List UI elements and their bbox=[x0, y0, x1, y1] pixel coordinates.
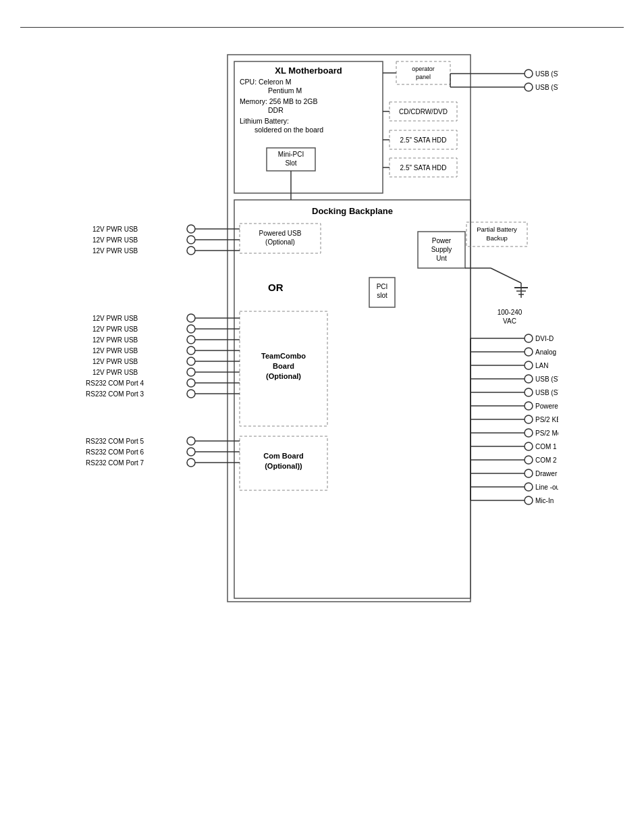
svg-point-67 bbox=[187, 336, 195, 344]
pwr-usb-top-3: 12V PWR USB bbox=[92, 247, 138, 255]
sata2-label: 2.5" SATA HDD bbox=[400, 164, 447, 172]
svg-point-65 bbox=[187, 325, 195, 333]
lan-label: LAN bbox=[535, 362, 548, 369]
svg-point-52 bbox=[525, 483, 533, 491]
connector-usb-std-2 bbox=[525, 83, 533, 91]
battery-label: Lithium Battery: bbox=[240, 117, 289, 125]
vga-label: Analog RGB (VGA) bbox=[535, 348, 558, 356]
usb-std-2-label: USB (STD) bbox=[535, 84, 558, 91]
micin-label: Mic-In bbox=[535, 497, 554, 504]
vac-label2: VAC bbox=[503, 317, 516, 325]
svg-point-50 bbox=[525, 469, 533, 477]
usb-std-1-label: USB (STD) bbox=[535, 70, 558, 78]
com-port-6: RS232 COM Port 6 bbox=[86, 448, 144, 456]
cpu-label: CPU: Celeron M bbox=[240, 78, 291, 86]
vac-label1: 100-240 bbox=[498, 309, 522, 316]
cpu-value: Pentium M bbox=[268, 86, 302, 95]
svg-point-79 bbox=[187, 437, 195, 445]
comboard-label1: Com Board bbox=[263, 452, 303, 460]
usb-std-4-label: USB (STD) bbox=[535, 389, 558, 396]
svg-point-63 bbox=[187, 314, 195, 322]
operator-panel-label2: panel bbox=[416, 74, 431, 80]
pwr-usb-top-2: 12V PWR USB bbox=[92, 236, 138, 244]
svg-point-32 bbox=[525, 348, 533, 356]
com-port-5: RS232 COM Port 5 bbox=[86, 438, 144, 445]
svg-point-36 bbox=[525, 375, 533, 383]
psu-label1: Power bbox=[432, 237, 452, 244]
docking-title: Docking Backplane bbox=[312, 206, 393, 216]
partial-batt-label1: Partial Battery bbox=[477, 226, 517, 233]
sata1-label: 2.5" SATA HDD bbox=[400, 136, 447, 144]
svg-point-73 bbox=[187, 368, 195, 376]
mini-pci-label: Mini-PCI bbox=[278, 151, 304, 158]
svg-point-57 bbox=[187, 225, 195, 233]
svg-point-77 bbox=[187, 390, 195, 398]
svg-point-59 bbox=[187, 236, 195, 244]
teamcombo-label2: Board bbox=[273, 362, 294, 370]
powered-usb-label: Powered USB bbox=[259, 230, 302, 237]
operator-panel-label: operator bbox=[412, 66, 435, 72]
svg-point-75 bbox=[187, 379, 195, 387]
diagram-wrapper: XL Motherboard CPU: Celeron M Pentium M … bbox=[86, 48, 558, 635]
svg-point-69 bbox=[187, 346, 195, 355]
pci-slot-label2: slot bbox=[377, 292, 387, 299]
dvi-label: DVI-D bbox=[535, 335, 554, 342]
com-port-3: RS232 COM Port 3 bbox=[86, 390, 144, 398]
psu-label2: Supply bbox=[431, 246, 452, 253]
cd-dvd-label: CD/CDRW/DVD bbox=[399, 108, 448, 115]
svg-rect-7 bbox=[234, 200, 471, 598]
battery-value: soldered on the board bbox=[254, 126, 323, 134]
svg-point-40 bbox=[525, 402, 533, 410]
svg-point-30 bbox=[525, 334, 533, 342]
pwr-usb-mid-1: 12V PWR USB bbox=[92, 315, 138, 322]
svg-point-83 bbox=[187, 459, 195, 467]
mini-pci-slot: Slot bbox=[285, 159, 296, 167]
block-diagram-svg: XL Motherboard CPU: Celeron M Pentium M … bbox=[86, 48, 558, 635]
pwr-usb-mid-2: 12V PWR USB bbox=[92, 325, 138, 333]
svg-point-34 bbox=[525, 361, 533, 369]
pwr-usb-mid-3: 12V PWR USB bbox=[92, 336, 138, 344]
teamcombo-label3: (Optional) bbox=[266, 372, 301, 380]
svg-point-44 bbox=[525, 429, 533, 437]
drawer-label: Drawer bbox=[535, 470, 558, 477]
powered-usb-24v-label: Powered USB (+24V) bbox=[535, 402, 558, 410]
ps2-kb-label: PS/2 KB bbox=[535, 416, 558, 423]
comboard-label2: (Optional)) bbox=[265, 462, 302, 470]
svg-point-48 bbox=[525, 456, 533, 464]
svg-point-46 bbox=[525, 442, 533, 450]
com-port-4: RS232 COM Port 4 bbox=[86, 380, 144, 387]
powered-usb-optional: (Optional) bbox=[265, 238, 295, 246]
svg-point-71 bbox=[187, 357, 195, 365]
ps2-mouse-label: PS/2 Mouse bbox=[535, 429, 558, 437]
pwr-usb-mid-6: 12V PWR USB bbox=[92, 369, 138, 376]
teamcombo-label1: TeamCombo bbox=[261, 352, 306, 360]
mb-title: XL Motherboard bbox=[275, 66, 342, 76]
usb-std-3-label: USB (STD) bbox=[535, 375, 558, 383]
svg-point-42 bbox=[525, 415, 533, 423]
top-rule bbox=[20, 27, 624, 28]
com1-label: COM 1 bbox=[535, 443, 557, 450]
pwr-usb-top-1: 12V PWR USB bbox=[92, 226, 138, 233]
svg-point-61 bbox=[187, 246, 195, 255]
pci-slot-label: PCI bbox=[377, 283, 388, 290]
svg-point-54 bbox=[525, 496, 533, 504]
svg-line-29 bbox=[491, 268, 521, 283]
pwr-usb-mid-4: 12V PWR USB bbox=[92, 347, 138, 355]
memory-value: DDR bbox=[268, 106, 284, 114]
connector-usb-std-1 bbox=[525, 70, 533, 78]
com2-label: COM 2 bbox=[535, 457, 557, 464]
lineout-label: Line -out bbox=[535, 484, 558, 491]
or-label: OR bbox=[268, 282, 284, 293]
svg-point-38 bbox=[525, 388, 533, 396]
page: XL Motherboard CPU: Celeron M Pentium M … bbox=[0, 0, 644, 834]
svg-point-81 bbox=[187, 448, 195, 456]
psu-label3: Unt bbox=[436, 255, 447, 262]
partial-batt-label2: Backup bbox=[486, 234, 508, 242]
memory-label: Memory: 256 MB to 2GB bbox=[240, 97, 318, 105]
com-port-7: RS232 COM Port 7 bbox=[86, 459, 144, 467]
pwr-usb-mid-5: 12V PWR USB bbox=[92, 358, 138, 365]
